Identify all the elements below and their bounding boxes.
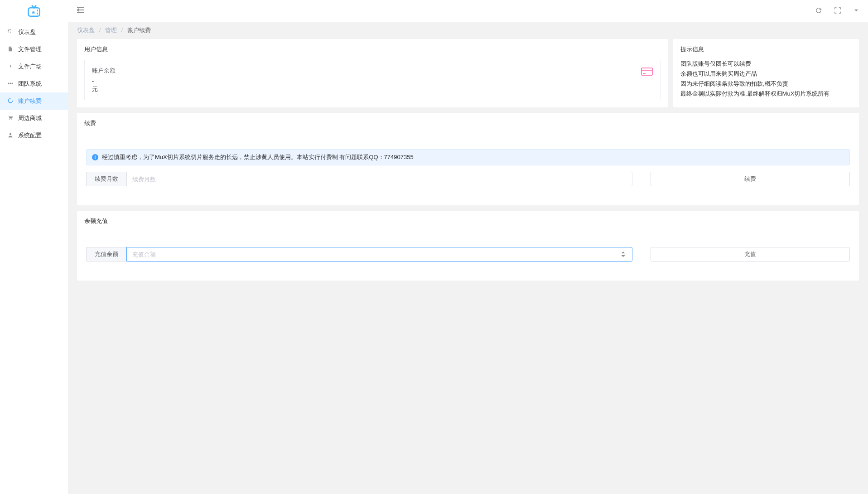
svg-point-7 bbox=[9, 98, 13, 102]
topbar bbox=[68, 0, 868, 22]
dots-icon: ••• bbox=[6, 81, 14, 87]
credit-card-icon bbox=[641, 68, 653, 77]
sidebar-item-plaza[interactable]: 文件广场 bbox=[0, 58, 68, 75]
panel-title: 余额充值 bbox=[77, 211, 859, 232]
renew-months-input[interactable] bbox=[126, 172, 632, 186]
sidebar-item-label: 文件管理 bbox=[18, 45, 42, 53]
app-logo: e bbox=[0, 0, 68, 22]
renew-button[interactable]: 续费 bbox=[651, 172, 850, 186]
sidebar-item-shop[interactable]: 周边商城 bbox=[0, 110, 68, 127]
sidebar-item-renew[interactable]: 账户续费 bbox=[0, 92, 68, 110]
tip-item: 最终金额以实际付款为准,最终解释权归MuX切片系统所有 bbox=[680, 90, 852, 98]
renew-months-label: 续费月数 bbox=[86, 172, 126, 186]
renew-panel: 续费 i 经过慎重考虑，为了MuX切片系统切片服务走的长远，禁止涉黄人员使用。本… bbox=[77, 113, 859, 205]
renew-months-group: 续费月数 bbox=[86, 172, 632, 186]
spinner-icon bbox=[6, 98, 14, 105]
breadcrumb-root[interactable]: 仪表盘 bbox=[77, 27, 95, 34]
balance-label: 账户余额 bbox=[92, 67, 116, 75]
balance-unit: 元 bbox=[92, 85, 116, 93]
recharge-amount-group: 充值余额 bbox=[86, 247, 632, 262]
chevron-down-icon[interactable] bbox=[854, 8, 859, 15]
info-alert: i 经过慎重考虑，为了MuX切片系统切片服务走的长远，禁止涉黄人员使用。本站实行… bbox=[86, 149, 850, 165]
sidebar-item-settings[interactable]: 系统配置 bbox=[0, 127, 68, 144]
tips-panel: 提示信息 团队版账号仅团长可以续费 余额也可以用来购买周边产品 因为未仔细阅读条… bbox=[673, 39, 859, 107]
recharge-amount-label: 充值余额 bbox=[86, 247, 126, 262]
svg-rect-14 bbox=[641, 68, 652, 75]
sidebar-item-label: 账户续费 bbox=[18, 97, 42, 105]
refresh-icon[interactable] bbox=[815, 7, 822, 15]
recharge-panel: 余额充值 充值余额 充值 bbox=[77, 211, 859, 281]
sidebar-item-label: 团队系统 bbox=[18, 80, 42, 88]
alert-text: 经过慎重考虑，为了MuX切片系统切片服务走的长远，禁止涉黄人员使用。本站实行付费… bbox=[102, 153, 414, 161]
svg-point-8 bbox=[10, 119, 10, 120]
sidebar-nav: 仪表盘 文件管理 文件广场 ••• 团队系统 bbox=[0, 22, 68, 144]
main: 仪表盘 / 管理 / 账户续费 用户信息 账户余额 - 元 bbox=[68, 0, 868, 494]
svg-point-6 bbox=[10, 31, 11, 32]
svg-text:e: e bbox=[32, 10, 35, 15]
panel-title: 续费 bbox=[77, 113, 859, 134]
sidebar-item-label: 周边商城 bbox=[18, 114, 42, 122]
user-info-panel: 用户信息 账户余额 - 元 bbox=[77, 39, 668, 107]
hamburger-icon[interactable] bbox=[77, 7, 84, 15]
recharge-amount-input[interactable] bbox=[126, 247, 632, 262]
sidebar: e 仪表盘 文件管理 文件广场 bbox=[0, 0, 68, 494]
sidebar-item-team[interactable]: ••• 团队系统 bbox=[0, 75, 68, 92]
sidebar-item-files[interactable]: 文件管理 bbox=[0, 41, 68, 58]
svg-point-9 bbox=[11, 119, 12, 120]
breadcrumb-current: 账户续费 bbox=[127, 27, 151, 34]
breadcrumb-mid: 管理 bbox=[105, 27, 117, 34]
info-icon: i bbox=[92, 154, 98, 160]
recharge-button[interactable]: 充值 bbox=[651, 247, 850, 262]
sidebar-item-dashboard[interactable]: 仪表盘 bbox=[0, 24, 68, 41]
tip-item: 余额也可以用来购买周边产品 bbox=[680, 70, 852, 78]
panel-title: 提示信息 bbox=[673, 39, 859, 60]
tip-item: 因为未仔细阅读条款导致的扣款,概不负责 bbox=[680, 80, 852, 88]
sidebar-item-label: 文件广场 bbox=[18, 63, 42, 71]
svg-point-10 bbox=[10, 133, 12, 135]
share-icon bbox=[6, 63, 14, 70]
dashboard-icon bbox=[6, 29, 14, 36]
sidebar-item-label: 系统配置 bbox=[18, 131, 42, 140]
cart-icon bbox=[6, 115, 14, 122]
user-icon bbox=[6, 132, 14, 139]
panel-title: 用户信息 bbox=[77, 39, 668, 60]
breadcrumb: 仪表盘 / 管理 / 账户续费 bbox=[68, 22, 868, 39]
fullscreen-icon[interactable] bbox=[834, 7, 841, 15]
tip-item: 团队版账号仅团长可以续费 bbox=[680, 60, 852, 68]
balance-card: 账户余额 - 元 bbox=[84, 60, 661, 100]
file-icon bbox=[6, 46, 14, 53]
balance-value: - bbox=[92, 77, 116, 84]
sidebar-item-label: 仪表盘 bbox=[18, 28, 36, 36]
